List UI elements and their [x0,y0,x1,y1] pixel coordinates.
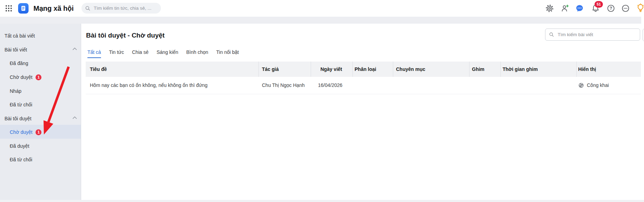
more-icon[interactable] [621,4,630,13]
column-divider [258,62,259,77]
tab-voting[interactable]: Bình chọn [186,49,208,58]
sidebar-item-my-pending[interactable]: Chờ duyệt1 [0,70,81,84]
app-window: Mạng xã hội [0,0,644,202]
messenger-icon[interactable] [575,4,584,13]
pending-count-badge: 1 [36,129,41,135]
col-date: Ngày viết [320,62,342,77]
sidebar-item-my-rejected[interactable]: Đã từ chối [0,97,81,111]
column-divider [501,62,501,77]
add-friend-icon[interactable] [561,4,569,13]
help-icon[interactable]: ? [607,4,615,13]
sidebar-item-approve-rejected[interactable]: Đã từ chối [0,152,81,166]
scrollbar-gutter [641,17,644,24]
global-search[interactable] [82,3,161,14]
global-search-input[interactable] [93,5,157,11]
col-title: Tiêu đề [90,62,107,77]
cell-title[interactable]: Hôm nay các bạn có ổn không, nếu không ổ… [90,77,208,94]
sidebar-item-published[interactable]: Đã đăng [0,56,81,70]
cell-author: Chu Thị Ngọc Hạnh [262,77,305,94]
tab-initiative[interactable]: Sáng kiến [156,49,178,58]
cutoff-control[interactable] [643,29,644,41]
ideas-icon[interactable] [635,3,644,14]
app-title: Mạng xã hội [33,0,74,17]
post-search-input[interactable] [557,32,631,38]
sidebar-item-all-posts[interactable]: Tất cả bài viết [0,29,81,42]
search-icon [549,32,554,37]
settings-icon[interactable] [545,4,554,13]
chevron-up-icon[interactable] [72,47,77,50]
col-visibility: Hiển thị [578,62,596,77]
col-category: Chuyên mục [396,62,425,77]
sidebar-item-drafts[interactable]: Nháp [0,84,81,98]
tab-featured[interactable]: Tin nổi bật [216,49,239,58]
cell-visibility: Công khai [578,77,609,94]
chevron-up-icon[interactable] [72,116,77,119]
column-divider [576,62,577,77]
sidebar-item-approve-pending[interactable]: Chờ duyệt1 [0,125,81,139]
column-divider [352,62,353,77]
visibility-label: Công khai [587,77,609,94]
sidebar-item-my-posts[interactable]: Bài tôi viết [0,42,81,56]
page-background-band [0,17,644,24]
col-type: Phân loại [355,62,376,77]
app-logo-icon[interactable] [18,3,29,14]
col-pin: Ghim [472,62,484,77]
page-title: Bài tôi duyệt - Chờ duyệt [86,32,165,39]
cell-date: 16/04/2026 [318,77,342,94]
col-pin-time: Thời gian ghim [503,62,538,77]
main-panel: Bài tôi duyệt - Chờ duyệt Tất cả Tin tức… [81,24,644,200]
pending-count-badge: 1 [36,74,41,80]
tab-sharing[interactable]: Chia sẻ [132,49,148,58]
page-bottom-strip [0,200,644,202]
search-icon [85,6,91,11]
svg-text:?: ? [610,6,612,11]
top-bar: Mạng xã hội [0,0,644,17]
sidebar-item-approved[interactable]: Đã duyệt [0,139,81,153]
column-divider [393,62,393,77]
globe-icon [578,82,584,88]
tab-all[interactable]: Tất cả [87,49,101,58]
column-divider [311,62,311,77]
notification-badge: 51 [595,1,603,8]
col-author: Tác giả [262,62,279,77]
category-tabs: Tất cả Tin tức Chia sẻ Sáng kiến Bình ch… [87,49,239,58]
tab-news[interactable]: Tin tức [109,49,124,58]
column-divider [469,62,470,77]
apps-grid-icon[interactable] [5,5,13,12]
sidebar-item-posts-i-approve[interactable]: Bài tôi duyệt [0,111,81,125]
post-search[interactable] [545,29,640,41]
sidebar: Tất cả bài viết Bài tôi viết Đã đăng Chờ… [0,24,81,200]
